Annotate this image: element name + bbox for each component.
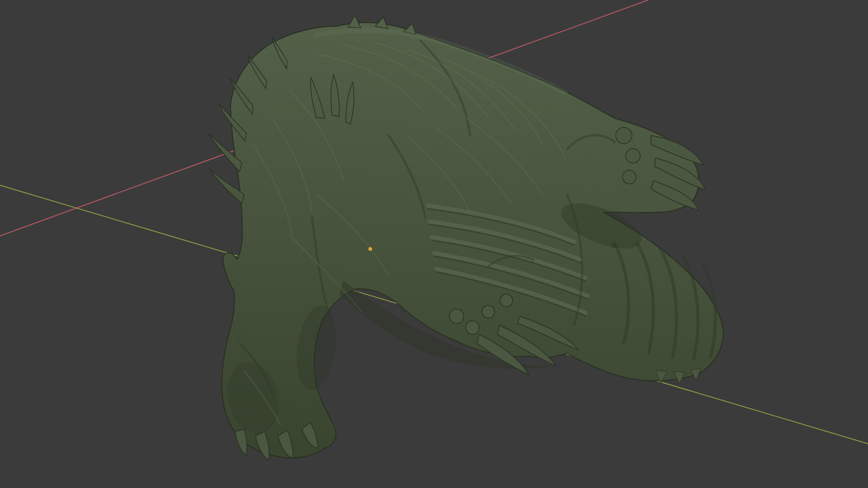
creature-model[interactable] xyxy=(209,15,723,460)
origin-point xyxy=(368,247,372,251)
3d-viewport[interactable] xyxy=(0,0,868,488)
viewport-canvas[interactable] xyxy=(0,0,868,488)
creature-silhouette[interactable] xyxy=(222,23,723,458)
creature-nostril xyxy=(611,242,617,248)
